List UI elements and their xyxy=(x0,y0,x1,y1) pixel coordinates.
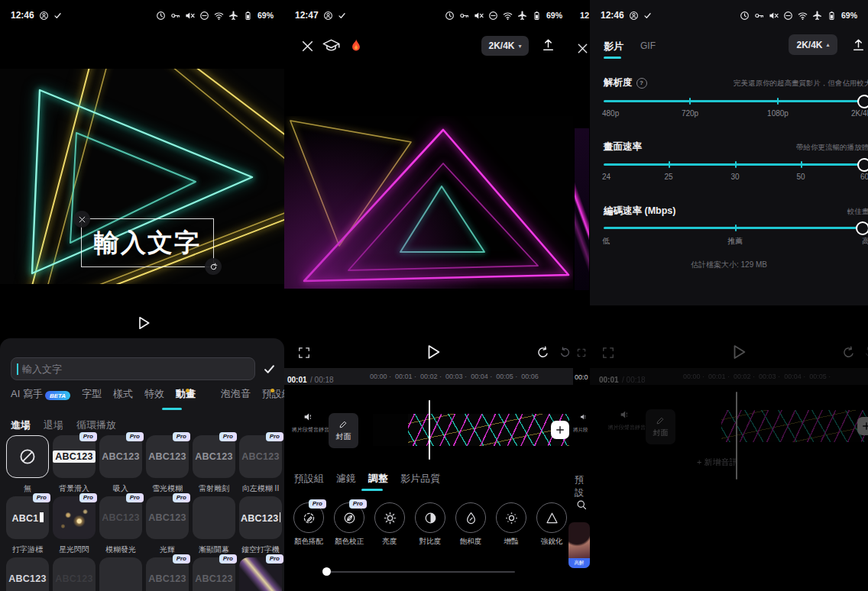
close-button[interactable] xyxy=(576,42,589,55)
tab-gif[interactable]: GIF xyxy=(640,40,656,51)
bitrate-slider-track[interactable] xyxy=(604,227,865,229)
preset-tile[interactable] xyxy=(99,557,142,591)
tab-filters[interactable]: 濾鏡 xyxy=(336,472,356,486)
playhead[interactable] xyxy=(429,400,430,460)
speaker-icon xyxy=(579,412,588,421)
tab-presets[interactable]: 預設組 xyxy=(294,472,324,486)
rotate-handle[interactable] xyxy=(205,258,222,275)
text-input[interactable] xyxy=(11,357,255,380)
mute-icon xyxy=(185,11,195,21)
slider-tick xyxy=(669,161,670,168)
timeline-ruler[interactable]: 00:00 ·00:01 ·00:02 ·00:03 ·00:04 ·00:05… xyxy=(370,373,539,380)
timeline-clip[interactable] xyxy=(373,414,569,446)
pro-badge: Pro xyxy=(219,432,237,441)
tab-ai-writer[interactable]: AI 寫手BETA xyxy=(11,387,70,401)
delete-handle[interactable] xyxy=(73,211,90,228)
tab-bubble[interactable]: 泡泡音 xyxy=(221,387,251,401)
adjust-tabs: 預設組 濾鏡 調整 影片品質 xyxy=(294,472,440,486)
profile-icon xyxy=(39,11,49,21)
add-clip-button xyxy=(857,417,868,435)
undo-button[interactable] xyxy=(536,346,549,359)
subtab-loop[interactable]: 循環播放 xyxy=(76,418,116,432)
preset-tile[interactable]: Pro xyxy=(239,557,282,591)
preset-tile[interactable]: ProABC123 雷射雕刻 xyxy=(193,435,235,494)
preset-tile[interactable]: ProABC123 模糊發光 xyxy=(99,496,142,555)
rotate-icon xyxy=(209,263,218,271)
preset-row: ABC123 ABC123 ProABC123 ProABC123 Pro xyxy=(6,557,282,591)
tool-vibrance[interactable]: 增豔 xyxy=(493,502,530,547)
play-button[interactable] xyxy=(425,344,442,360)
preset-tile[interactable]: ProABC123 光輝 xyxy=(146,496,189,555)
tab-style[interactable]: 樣式 xyxy=(113,387,133,401)
close-icon xyxy=(78,215,86,224)
panel-export-settings: 12:46 69% 影片 GIF 2K/4K▴ 解析度 xyxy=(590,0,868,591)
search-icon[interactable] xyxy=(576,499,588,511)
flame-icon[interactable] xyxy=(348,38,364,53)
pencil-icon xyxy=(656,415,666,425)
tool-contrast[interactable]: 對比度 xyxy=(412,502,449,547)
preset-tile[interactable]: ProABC123 雪光模糊 xyxy=(146,435,189,494)
fullscreen-button[interactable] xyxy=(298,347,310,359)
tutorial-cap-icon[interactable] xyxy=(322,37,340,55)
tab-effects[interactable]: 特效 xyxy=(144,387,164,401)
preset-none[interactable]: 無 xyxy=(6,435,49,494)
confirm-check-icon[interactable] xyxy=(263,363,276,376)
timeline-clip xyxy=(691,410,868,442)
promo-card[interactable]: 高解 xyxy=(568,522,590,568)
add-clip-button[interactable] xyxy=(551,421,569,439)
export-button[interactable] xyxy=(541,37,555,52)
ruler-fragment: 00:0 xyxy=(575,373,588,381)
preset-tile[interactable]: ABC123 xyxy=(53,557,96,591)
key-icon xyxy=(459,11,469,21)
preset-tile[interactable]: ProABC123 背景滑入 xyxy=(53,435,96,494)
adjust-slider-knob[interactable] xyxy=(322,567,331,576)
tool-brightness[interactable]: 亮度 xyxy=(371,502,408,547)
help-icon[interactable]: ? xyxy=(636,78,647,89)
pro-badge: Pro xyxy=(33,493,50,502)
estimated-file-size: 估計檔案大小: 129 MB xyxy=(590,260,868,270)
pro-badge: Pro xyxy=(309,499,326,509)
preset-tile[interactable]: ProABC123 xyxy=(146,557,189,591)
resolution-slider-track[interactable] xyxy=(604,100,865,102)
video-preview: 輸入文字 xyxy=(0,69,284,284)
subtab-out[interactable]: 退場 xyxy=(44,418,63,432)
preset-tile[interactable]: ABC123 鏤空打字機 xyxy=(239,496,282,555)
tool-saturation[interactable]: 飽和度 xyxy=(452,502,489,547)
preset-tile[interactable]: ProABC123 xyxy=(193,557,235,591)
pro-badge: Pro xyxy=(173,493,190,502)
tool-sharpen[interactable]: 強銳化 xyxy=(533,502,570,547)
export-button[interactable] xyxy=(851,37,866,52)
bitrate-slider-knob[interactable] xyxy=(856,221,868,235)
tab-adjust[interactable]: 調整 xyxy=(368,472,388,486)
tab-video[interactable]: 影片 xyxy=(604,40,623,53)
slider-label: 24 xyxy=(602,173,611,181)
tool-color-correct[interactable]: Pro 顏色校正 xyxy=(331,502,368,547)
preset-tile[interactable]: ProABC123 吸入 xyxy=(99,435,142,494)
mute-clip-button[interactable]: 將片段聲音靜音 xyxy=(292,411,326,434)
status-time: 12:47 xyxy=(295,10,319,21)
text-tabs: AI 寫手BETA 字型 樣式 特效 動畫 泡泡音 預設組 xyxy=(11,387,292,401)
play-button[interactable] xyxy=(136,315,151,331)
status-bar: 12:46 69% xyxy=(0,0,284,31)
framerate-slider-knob[interactable] xyxy=(857,158,868,172)
preset-tile[interactable]: ProABC1 打字游標 xyxy=(6,496,49,555)
subtab-in[interactable]: 進場 xyxy=(11,418,31,432)
resolution-button[interactable]: 2K/4K▾ xyxy=(481,36,529,56)
dnd-icon xyxy=(199,11,209,21)
text-element[interactable]: 輸入文字 xyxy=(81,218,214,267)
add-audio-row: + 新增音訊 xyxy=(697,457,737,468)
preset-tile[interactable]: 漸顯開幕 xyxy=(193,496,235,555)
preset-tile[interactable]: ProABC123 向左模糊 II xyxy=(239,435,282,494)
tab-quality[interactable]: 影片品質 xyxy=(400,472,440,486)
close-button[interactable] xyxy=(300,39,315,53)
preset-tile[interactable]: ABC123 xyxy=(6,557,49,591)
redo-button[interactable] xyxy=(559,347,571,358)
tab-font[interactable]: 字型 xyxy=(82,387,102,401)
cover-button[interactable]: 封面 xyxy=(329,413,358,448)
resolution-slider-knob[interactable] xyxy=(857,95,868,108)
framerate-slider-track[interactable] xyxy=(604,163,865,166)
preset-tile[interactable]: Pro 星光閃閃 xyxy=(53,496,96,555)
tool-color-match[interactable]: Pro 顏色搭配 xyxy=(290,502,327,547)
resolution-button[interactable]: 2K/4K▴ xyxy=(789,34,837,55)
adjust-slider-track[interactable] xyxy=(327,571,515,573)
